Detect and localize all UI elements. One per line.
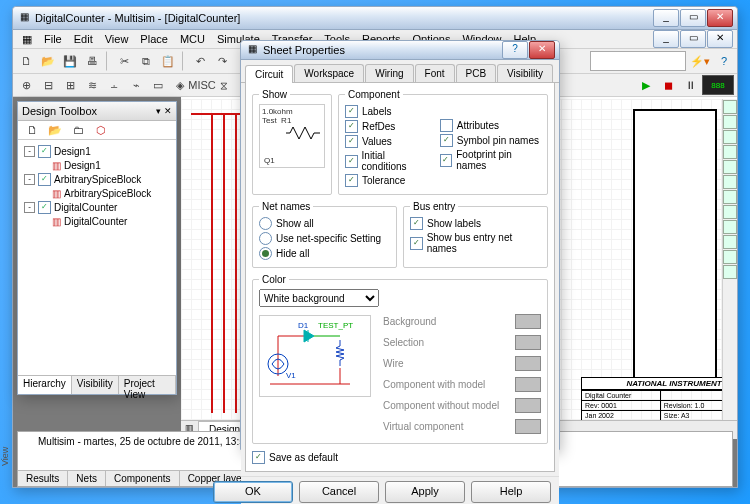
toolbox-tool-icon[interactable]: 🗋 <box>22 120 42 140</box>
copy-icon[interactable]: ⧉ <box>136 51 156 71</box>
instrument-strip[interactable] <box>722 99 737 439</box>
cancel-button[interactable]: Cancel <box>299 481 379 503</box>
component-icon[interactable]: ◈ <box>170 75 190 95</box>
mdi-minimize-button[interactable]: _ <box>653 30 679 48</box>
cut-icon[interactable]: ✂ <box>114 51 134 71</box>
color-swatch[interactable] <box>515 356 541 371</box>
paste-icon[interactable]: 📋 <box>158 51 178 71</box>
tree-node[interactable]: ▥Design1 <box>24 159 170 172</box>
log-tab-nets[interactable]: Nets <box>68 471 106 486</box>
search-input[interactable] <box>590 51 686 71</box>
toolbox-options-icon[interactable]: ▾ ✕ <box>156 106 172 116</box>
checkbox[interactable]: ✓ <box>410 217 423 230</box>
color-swatch[interactable] <box>515 419 541 434</box>
open-icon[interactable]: 📂 <box>38 51 58 71</box>
component-icon[interactable]: ⧖ <box>214 75 234 95</box>
new-icon[interactable]: 🗋 <box>16 51 36 71</box>
tree-checkbox[interactable]: ✓ <box>38 173 51 186</box>
tree-checkbox[interactable]: ✓ <box>38 201 51 214</box>
component-icon[interactable]: ▭ <box>148 75 168 95</box>
spreadsheet-view-label: Spreadsheet View <box>0 412 10 466</box>
toolbox-tool-icon[interactable]: ⬡ <box>91 120 111 140</box>
checkbox[interactable]: ✓ <box>345 174 358 187</box>
radio[interactable] <box>259 217 272 230</box>
checkbox[interactable]: ✓ <box>440 154 453 167</box>
tab-circuit[interactable]: Circuit <box>245 65 293 83</box>
help-icon[interactable]: ? <box>714 51 734 71</box>
apply-button[interactable]: Apply <box>385 481 465 503</box>
log-tab-components[interactable]: Components <box>106 471 180 486</box>
toolbox-tool-icon[interactable]: 🗀 <box>68 120 88 140</box>
menu-edit[interactable]: Edit <box>69 32 98 46</box>
color-swatch[interactable] <box>515 335 541 350</box>
stop-icon[interactable]: ◼ <box>658 75 678 95</box>
display-icon[interactable]: 888 <box>702 75 734 95</box>
expand-icon[interactable]: - <box>24 146 35 157</box>
component-icon[interactable]: ⊟ <box>38 75 58 95</box>
checkbox[interactable]: ✓ <box>345 155 358 168</box>
tree-node[interactable]: -✓DigitalCounter <box>24 200 170 215</box>
toolbox-tab-hierarchy[interactable]: Hierarchy <box>18 376 72 394</box>
radio[interactable] <box>259 247 272 260</box>
run-icon[interactable]: ▶ <box>636 75 656 95</box>
color-swatch[interactable] <box>515 398 541 413</box>
checkbox[interactable]: ✓ <box>440 134 453 147</box>
checkbox[interactable]: ✓ <box>345 135 358 148</box>
checkbox[interactable]: ✓ <box>345 105 358 118</box>
toolbox-tool-icon[interactable]: 📂 <box>45 120 65 140</box>
color-item-label: Component without model <box>383 400 509 411</box>
mdi-close-button[interactable]: ✕ <box>707 30 733 48</box>
tab-workspace[interactable]: Workspace <box>294 64 364 82</box>
undo-icon[interactable]: ↶ <box>190 51 210 71</box>
flash-icon[interactable]: ⚡▾ <box>688 51 712 71</box>
toolbox-tab-projectview[interactable]: Project View <box>119 376 176 394</box>
component-icon[interactable]: ⫠ <box>104 75 124 95</box>
radio[interactable] <box>259 232 272 245</box>
checkbox[interactable]: ✓ <box>410 237 423 250</box>
help-button[interactable]: Help <box>471 481 551 503</box>
tree-node[interactable]: ▥DigitalCounter <box>24 215 170 228</box>
tree-checkbox[interactable]: ✓ <box>38 145 51 158</box>
component-icon[interactable]: ⊕ <box>16 75 36 95</box>
toolbox-tab-visibility[interactable]: Visibility <box>72 376 119 394</box>
ok-button[interactable]: OK <box>213 481 293 503</box>
color-swatch[interactable] <box>515 377 541 392</box>
save-default-checkbox[interactable]: ✓ <box>252 451 265 464</box>
menu-place[interactable]: Place <box>135 32 173 46</box>
tree-node[interactable]: -✓ArbitrarySpiceBlock <box>24 172 170 187</box>
color-scheme-select[interactable]: White background <box>259 289 379 307</box>
save-icon[interactable]: 💾 <box>60 51 80 71</box>
maximize-button[interactable]: ▭ <box>680 9 706 27</box>
tab-wiring[interactable]: Wiring <box>365 64 413 82</box>
app-menu-icon[interactable]: ▦ <box>17 32 37 47</box>
busentry-legend: Bus entry <box>410 201 458 212</box>
dialog-icon: ▦ <box>245 43 259 57</box>
tab-font[interactable]: Font <box>415 64 455 82</box>
expand-icon[interactable]: - <box>24 174 35 185</box>
tree-node[interactable]: ▥ArbitrarySpiceBlock <box>24 187 170 200</box>
expand-icon[interactable]: - <box>24 202 35 213</box>
dialog-help-button[interactable]: ? <box>502 41 528 59</box>
color-swatch[interactable] <box>515 314 541 329</box>
tab-visibility[interactable]: Visibility <box>497 64 553 82</box>
mdi-restore-button[interactable]: ▭ <box>680 30 706 48</box>
checkbox[interactable]: ✓ <box>345 120 358 133</box>
component-icon[interactable]: ≋ <box>82 75 102 95</box>
menu-mcu[interactable]: MCU <box>175 32 210 46</box>
dialog-close-button[interactable]: ✕ <box>529 41 555 59</box>
print-icon[interactable]: 🖶 <box>82 51 102 71</box>
minimize-button[interactable]: _ <box>653 9 679 27</box>
redo-icon[interactable]: ↷ <box>212 51 232 71</box>
checkbox[interactable] <box>440 119 453 132</box>
component-icon[interactable]: ⊞ <box>60 75 80 95</box>
pause-icon[interactable]: ⏸ <box>680 75 700 95</box>
component-icon[interactable]: MISC <box>192 75 212 95</box>
component-icon[interactable]: ⌁ <box>126 75 146 95</box>
menu-view[interactable]: View <box>100 32 134 46</box>
close-button[interactable]: ✕ <box>707 9 733 27</box>
menu-file[interactable]: File <box>39 32 67 46</box>
design-tree[interactable]: -✓Design1▥Design1-✓ArbitrarySpiceBlock▥A… <box>18 140 176 375</box>
tree-node[interactable]: -✓Design1 <box>24 144 170 159</box>
tab-pcb[interactable]: PCB <box>456 64 497 82</box>
log-tab-results[interactable]: Results <box>18 471 68 486</box>
